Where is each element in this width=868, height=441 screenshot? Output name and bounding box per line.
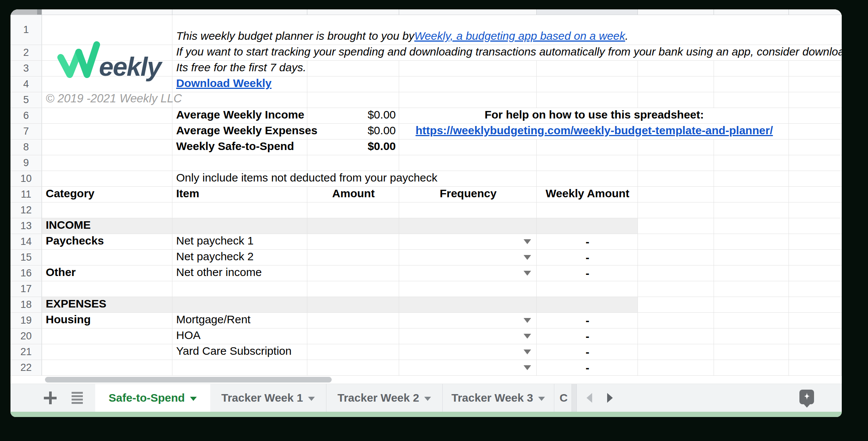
cell-F20[interactable] xyxy=(638,328,714,344)
cell-B4[interactable]: Download Weekly xyxy=(172,76,307,92)
dropdown-arrow-icon[interactable] xyxy=(524,239,531,244)
cell-G16[interactable] xyxy=(714,266,789,281)
cell-B16[interactable]: Net other income xyxy=(172,266,307,281)
cell-D9[interactable] xyxy=(399,155,537,171)
select-all-corner[interactable] xyxy=(10,9,42,15)
cell-B7[interactable]: Average Weekly Expenses xyxy=(172,124,307,139)
cell-F15[interactable] xyxy=(638,250,714,265)
cell-C15[interactable] xyxy=(307,250,399,265)
row-header-19[interactable]: 19 xyxy=(10,313,42,328)
cell-D15[interactable] xyxy=(399,250,537,265)
sheet-tab-safe-to-spend[interactable]: Safe-to-Spend xyxy=(95,384,210,412)
row-header-2[interactable]: 2 xyxy=(10,45,42,60)
cell-C5[interactable] xyxy=(307,92,399,108)
cell-A12[interactable] xyxy=(42,202,172,218)
cell-F10[interactable] xyxy=(638,171,714,186)
column-header-B[interactable] xyxy=(172,9,307,15)
cell-D6[interactable]: For help on how to use this spreadsheet: xyxy=(399,108,789,123)
cell-D21[interactable] xyxy=(399,344,537,360)
cell-D7[interactable]: https://weeklybudgeting.com/weekly-budge… xyxy=(399,124,789,139)
row-header-8[interactable]: 8 xyxy=(10,140,42,155)
row-header-21[interactable]: 21 xyxy=(10,344,42,360)
cell-C19[interactable] xyxy=(307,313,399,328)
cell-G13[interactable] xyxy=(714,218,789,234)
sheet-tab-tracker-week-1[interactable]: Tracker Week 1 xyxy=(210,384,326,412)
dropdown-arrow-icon[interactable] xyxy=(524,271,531,276)
cell-E15[interactable]: - xyxy=(537,250,638,265)
cell-H16[interactable] xyxy=(789,266,842,281)
cell-B1[interactable]: This weekly budget planner is brought to… xyxy=(172,15,842,45)
dropdown-arrow-icon[interactable] xyxy=(524,334,531,339)
cell-D14[interactable] xyxy=(399,234,537,249)
cell-A18[interactable]: EXPENSES xyxy=(42,297,172,312)
row-header-6[interactable]: 6 xyxy=(10,108,42,123)
cell-H19[interactable] xyxy=(789,313,842,328)
cell-B6[interactable]: Average Weekly Income xyxy=(172,108,307,123)
cell-D19[interactable] xyxy=(399,313,537,328)
cell-B5[interactable] xyxy=(172,92,307,108)
cell-D11[interactable]: Frequency xyxy=(399,187,537,202)
cell-D18[interactable] xyxy=(399,297,537,312)
cell-B14[interactable]: Net paycheck 1 xyxy=(172,234,307,249)
cell-F19[interactable] xyxy=(638,313,714,328)
cell-H21[interactable] xyxy=(789,344,842,360)
cell-D3[interactable] xyxy=(399,61,537,76)
cell-E13[interactable] xyxy=(537,218,638,234)
cell-E9[interactable] xyxy=(537,155,638,171)
column-header-C[interactable] xyxy=(307,9,399,15)
cell-C8[interactable]: $0.00 xyxy=(307,140,399,155)
cell-D20[interactable] xyxy=(399,328,537,344)
column-header-E[interactable] xyxy=(537,9,638,15)
cell-F22[interactable] xyxy=(638,360,714,375)
tab-scroll-left-icon[interactable] xyxy=(587,393,592,403)
horizontal-scrollbar-thumb[interactable] xyxy=(45,377,332,382)
cell-A22[interactable] xyxy=(42,360,172,375)
cell-F13[interactable] xyxy=(638,218,714,234)
row-header-14[interactable]: 14 xyxy=(10,234,42,249)
cell-E11[interactable]: Weekly Amount xyxy=(537,187,638,202)
cell-B3[interactable]: Its free for the first 7 days. xyxy=(172,61,307,76)
cell-E14[interactable]: - xyxy=(537,234,638,249)
cell-A8[interactable] xyxy=(42,140,172,155)
chevron-down-icon[interactable] xyxy=(190,397,197,401)
cell-E4[interactable] xyxy=(537,76,638,92)
cell-D13[interactable] xyxy=(399,218,537,234)
cell-D22[interactable] xyxy=(399,360,537,375)
cell-A3[interactable] xyxy=(42,61,172,76)
cell-G20[interactable] xyxy=(714,328,789,344)
cell-G22[interactable] xyxy=(714,360,789,375)
cell-G12[interactable] xyxy=(714,202,789,218)
cell-G15[interactable] xyxy=(714,250,789,265)
cell-B8[interactable]: Weekly Safe-to-Spend xyxy=(172,140,307,155)
cell-A1[interactable] xyxy=(42,15,172,45)
cell-C13[interactable] xyxy=(307,218,399,234)
cell-C20[interactable] xyxy=(307,328,399,344)
cell-F21[interactable] xyxy=(638,344,714,360)
cell-F12[interactable] xyxy=(638,202,714,218)
cell-H9[interactable] xyxy=(789,155,842,171)
cell-D12[interactable] xyxy=(399,202,537,218)
cell-E3[interactable] xyxy=(537,61,638,76)
cell-G18[interactable] xyxy=(714,297,789,312)
cell-D5[interactable] xyxy=(399,92,537,108)
cell-A6[interactable] xyxy=(42,108,172,123)
cell-G9[interactable] xyxy=(714,155,789,171)
cell-A13[interactable]: INCOME xyxy=(42,218,172,234)
cell-H22[interactable] xyxy=(789,360,842,375)
cell-F17[interactable] xyxy=(638,281,714,297)
row-header-16[interactable]: 16 xyxy=(10,266,42,281)
row-header-18[interactable]: 18 xyxy=(10,297,42,312)
cell-B9[interactable] xyxy=(172,155,307,171)
cell-F9[interactable] xyxy=(638,155,714,171)
cell-B19[interactable]: Mortgage/Rent xyxy=(172,313,307,328)
row-header-15[interactable]: 15 xyxy=(10,250,42,265)
cell-C14[interactable] xyxy=(307,234,399,249)
cell-F8[interactable] xyxy=(638,140,714,155)
cell-H17[interactable] xyxy=(789,281,842,297)
cell-H7[interactable] xyxy=(789,124,842,139)
cell-H5[interactable] xyxy=(789,92,842,108)
cell-G3[interactable] xyxy=(714,61,789,76)
cell-H10[interactable] xyxy=(789,171,842,186)
cell-F18[interactable] xyxy=(638,297,714,312)
cell-B12[interactable] xyxy=(172,202,307,218)
